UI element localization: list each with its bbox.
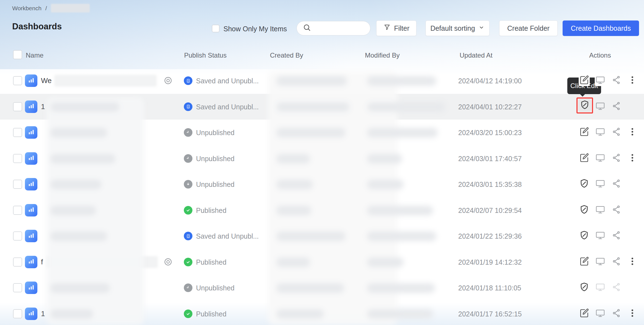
row-checkbox[interactable] [13,283,22,292]
create-folder-button[interactable]: Create Folder [499,20,558,36]
row-checkbox[interactable] [13,309,22,318]
breadcrumb-workbench[interactable]: Workbench [12,5,42,12]
more-button[interactable] [627,153,638,164]
share-button[interactable] [611,127,622,138]
preview-eye-icon[interactable] [163,75,173,86]
monitor-icon [595,153,606,164]
table-row[interactable]: 1Published2024/01/17 16:52:15 [0,301,644,325]
edit-button[interactable] [579,308,590,319]
preview-monitor-button[interactable] [595,205,606,216]
share-button[interactable] [611,153,622,164]
edit-button[interactable] [579,153,590,164]
column-header-publish-status[interactable]: Publish Status [184,51,226,59]
funnel-icon [383,24,391,33]
edit-button[interactable] [579,256,590,267]
search-box[interactable] [297,21,370,35]
search-input[interactable] [314,24,365,32]
kebab-menu-icon [628,257,637,267]
preview-monitor-button[interactable] [595,101,606,112]
preview-monitor-button[interactable] [595,127,606,138]
dashboard-icon [25,100,37,113]
updated-at: 2024/01/19 14:12:32 [458,258,522,266]
more-button[interactable] [627,256,638,267]
share-button[interactable] [611,205,622,216]
share-icon [611,230,621,241]
create-dashboards-button[interactable]: Create Dashboards [563,20,639,36]
row-checkbox[interactable] [13,257,22,267]
dashboard-name[interactable]: f [41,258,43,266]
chevron-down-icon [478,24,485,32]
show-only-my-items-label[interactable]: Show Only My Items [223,25,287,33]
table-row[interactable]: Saved and Unpubl...2024/01/22 15:29:36 [0,223,644,249]
dashboard-icon [25,308,37,320]
preview-monitor-button[interactable] [595,308,606,319]
preview-monitor-button[interactable] [595,153,606,164]
breadcrumb-redacted-item [51,4,90,12]
more-button[interactable] [627,308,638,319]
updated-at: 2024/03/01 15:35:38 [458,180,522,189]
row-checkbox[interactable] [13,102,22,111]
row-checkbox[interactable] [13,154,22,163]
preview-monitor-button[interactable] [595,75,606,86]
table-row[interactable]: Unpublished2024/03/20 15:00:23 [0,120,644,146]
dashboard-name[interactable]: 1 [41,309,45,318]
permission-button[interactable] [578,99,591,112]
updated-at: 2024/01/17 16:52:15 [458,310,522,318]
column-header-name[interactable]: Name [26,51,43,59]
share-button[interactable] [611,308,622,319]
preview-monitor-button[interactable] [595,179,606,190]
updated-at: 2024/04/12 14:19:00 [458,77,522,85]
dashboard-name[interactable]: 1 [41,102,45,111]
more-button[interactable] [627,127,638,138]
permission-button[interactable] [579,205,590,216]
share-button[interactable] [611,101,622,112]
preview-monitor-button[interactable] [595,256,606,267]
search-icon [303,24,311,33]
select-all-checkbox[interactable] [13,50,22,59]
table-row[interactable]: 1Saved and Unpubl...2024/04/01 10:22:27 [0,94,644,120]
column-header-created-by[interactable]: Created By [270,51,303,59]
preview-eye-icon[interactable] [163,257,173,267]
share-button[interactable] [611,282,622,293]
row-checkbox[interactable] [13,180,22,189]
table-row[interactable]: Unpublished2024/03/01 15:35:38 [0,171,644,197]
status-published-icon [184,258,192,266]
status-label: Unpublished [196,129,235,137]
share-button[interactable] [611,75,622,86]
row-checkbox[interactable] [13,128,22,137]
permission-button[interactable] [579,179,590,190]
redacted-name [54,75,157,87]
updated-at: 2024/03/20 15:00:23 [458,129,522,137]
column-header-updated-at[interactable]: Updated At [460,51,493,59]
show-only-my-items-checkbox[interactable] [212,25,220,32]
table-row[interactable]: fPublished2024/01/19 14:12:32 [0,249,644,275]
table-row[interactable]: Unpublished2024/01/18 11:10:05 [0,275,644,301]
share-button[interactable] [611,179,622,190]
filter-button[interactable]: Filter [376,20,416,36]
sorting-dropdown[interactable]: Default sorting [426,20,490,36]
preview-monitor-button[interactable] [595,282,606,293]
preview-monitor-button[interactable] [595,230,606,241]
monitor-icon [595,230,606,242]
edit-button[interactable] [579,75,590,86]
status-unpublished-offline-icon [184,180,192,189]
table-row[interactable]: WeSaved and Unpubl...2024/04/12 14:19:00 [0,68,644,94]
row-checkbox[interactable] [13,231,22,241]
share-button[interactable] [611,230,622,241]
share-button[interactable] [611,256,622,267]
row-checkbox[interactable] [13,76,22,85]
status-label: Published [196,207,226,215]
table-row[interactable]: Published2024/02/07 10:29:54 [0,197,644,223]
shield-slash-icon [579,282,589,293]
more-button[interactable] [627,75,638,86]
dashboard-name[interactable]: We [41,76,52,85]
permission-button[interactable] [579,282,590,293]
bar-chart-icon [27,231,35,241]
column-header-modified-by[interactable]: Modified By [365,51,400,59]
permission-button[interactable] [579,230,590,241]
page-title: Dashboards [12,22,62,32]
edit-button[interactable] [579,127,590,138]
row-checkbox[interactable] [13,206,22,215]
table-row[interactable]: Unpublished2024/03/01 17:40:57 [0,146,644,172]
monitor-icon [595,308,606,319]
